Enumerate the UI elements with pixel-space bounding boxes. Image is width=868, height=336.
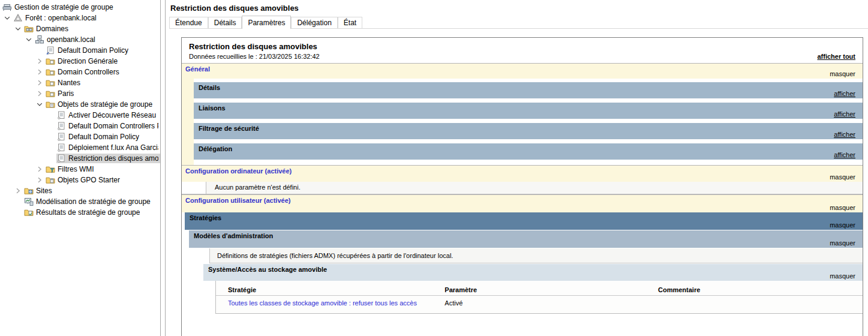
tree-item-label: Restriction des disques amovib [68,154,158,163]
tree-item-label: Direction Générale [58,57,118,65]
ou-icon [46,56,55,66]
chevron-down-icon[interactable] [3,14,11,22]
show-link[interactable]: afficher [834,90,855,97]
band-title: Délégation [199,145,232,152]
tree-item[interactable]: Domain Controllers [0,67,160,77]
chevron-right-icon[interactable] [35,68,44,76]
hide-link[interactable]: masquer [830,70,855,77]
tree-item-label: Gestion de stratégie de groupe [14,3,113,11]
tree-item[interactable]: Gestion de stratégie de groupe [0,2,160,13]
tree-item-hit[interactable]: Domain Controllers [46,67,121,77]
report-header: Restriction des disques amovibles Donnée… [182,38,863,63]
show-link[interactable]: afficher [834,131,855,138]
tree-item-label: Domaines [36,25,68,33]
tree-item[interactable]: Activer Découverte Réseau [0,110,160,121]
ou-icon [46,67,55,77]
tab-parametres[interactable]: Paramètres [242,16,291,29]
tree-item-label: Forêt : openbank.local [25,14,97,22]
show-all-link[interactable]: afficher tout [817,53,855,60]
tree-item[interactable]: Résultats de stratégie de groupe [0,207,160,218]
admx-note-text: Définitions de stratégies (fichiers ADMX… [209,248,863,263]
show-link[interactable]: afficher [834,110,855,118]
tree-item-hit[interactable]: Default Domain Policy [46,46,130,55]
policy-setting: Activé [442,296,656,308]
tab-details[interactable]: Détails [208,17,242,28]
chevron-right-icon[interactable] [14,187,22,195]
gpofolder-icon [46,100,55,109]
tree-item-hit[interactable]: Paris [46,89,76,98]
tree-item-hit[interactable]: Objets GPO Starter [46,175,122,185]
tree-item[interactable]: Default Domain Controllers Po [0,121,160,131]
gpo-icon [56,154,66,163]
tree-item[interactable]: Default Domain Policy [0,131,160,142]
chevron-right-icon[interactable] [35,57,44,65]
hide-link[interactable]: masquer [830,204,855,211]
policy-link[interactable]: Toutes les classes de stockage amovible … [228,299,417,307]
policy-comment [656,296,863,308]
tree-item[interactable]: openbank.local [0,34,160,45]
tree-item-hit[interactable]: Modélisation de stratégie de groupe [24,197,152,206]
tree-item[interactable]: Default Domain Policy [0,45,160,56]
section-user-config: Configuration utilisateur (activée) masq… [182,194,863,212]
tree-item[interactable]: Objets de stratégie de groupe [0,99,160,110]
gpo-icon [56,143,66,152]
report-collected-date: Données recueillies le : 21/03/2025 16:3… [189,53,320,60]
tree-item[interactable]: Restriction des disques amovib [0,153,160,164]
tree-item-hit[interactable]: Résultats de stratégie de groupe [24,208,142,217]
section-general-body: DétailsafficherLiaisonsafficherFiltrage … [182,79,863,165]
tree-item-hit[interactable]: Default Domain Policy [56,132,141,142]
band-title: Détails [199,84,220,91]
hide-link[interactable]: masquer [830,173,855,181]
policy-table-header: Stratégie [216,284,442,296]
tree-item-label: Filtres WMI [58,165,94,173]
tree-item[interactable]: Sites [0,185,160,196]
tree-item-label: Sites [36,187,52,195]
tree-item[interactable]: Domaines [0,23,160,34]
hide-link[interactable]: masquer [830,272,855,280]
tree-item-hit[interactable]: openbank.local [35,35,97,44]
chevron-right-icon[interactable] [35,89,44,98]
hide-link[interactable]: masquer [830,239,855,247]
tree-item-hit[interactable]: Nantes [46,78,82,88]
tree-item-hit[interactable]: Gestion de stratégie de groupe [2,2,115,12]
wmi-icon [46,164,55,174]
gpo-icon [56,132,66,142]
tree-item-hit[interactable]: Restriction des disques amovib [56,154,160,163]
hide-link[interactable]: masquer [830,221,855,229]
tree-item-hit[interactable]: Direction Générale [46,56,119,66]
band-title: Liaisons [199,104,226,112]
tree-item[interactable]: Paris [0,88,160,99]
tab-delegation[interactable]: Délégation [291,17,337,28]
tree-item-hit[interactable]: Default Domain Controllers Po [56,121,160,131]
tree-item-hit[interactable]: Déploiement f.lux Ana Garcia [56,143,160,152]
domain-icon [35,35,44,44]
results-icon [24,208,34,217]
section-general-title: Général [185,65,210,73]
tree-item[interactable]: Nantes [0,77,160,88]
tree-item[interactable]: Modélisation de stratégie de groupe [0,196,160,207]
policy-table-row: Toutes les classes de stockage amovible … [216,296,863,308]
chevron-right-icon[interactable] [35,176,44,184]
tree-item-hit[interactable]: Domaines [24,24,70,34]
tree-item[interactable]: Direction Générale [0,56,160,67]
tree-item-hit[interactable]: Sites [24,186,54,196]
chevron-right-icon[interactable] [35,165,44,173]
tree-item-hit[interactable]: Activer Découverte Réseau [56,110,158,120]
tree-item[interactable]: Filtres WMI [0,164,160,175]
chevron-down-icon[interactable] [25,35,33,44]
show-link[interactable]: afficher [834,151,855,158]
tree-item[interactable]: Déploiement f.lux Ana Garcia [0,142,160,153]
chevron-right-icon[interactable] [35,79,44,87]
tree-item-hit[interactable]: Filtres WMI [46,164,96,174]
tree-item-hit[interactable]: Objets de stratégie de groupe [46,100,154,109]
tree-item[interactable]: Objets GPO Starter [0,175,160,185]
chevron-down-icon[interactable] [35,100,44,109]
chevron-down-icon[interactable] [14,25,22,33]
tab-etendue[interactable]: Étendue [169,17,208,28]
tree-item-hit[interactable]: Forêt : openbank.local [13,13,98,23]
policy-table: StratégieParamètreCommentaire Toutes les… [216,284,863,308]
modeling-icon [24,197,34,206]
domains-icon [24,24,34,34]
tree-item[interactable]: Forêt : openbank.local [0,13,160,23]
tab-etat[interactable]: État [338,17,362,28]
